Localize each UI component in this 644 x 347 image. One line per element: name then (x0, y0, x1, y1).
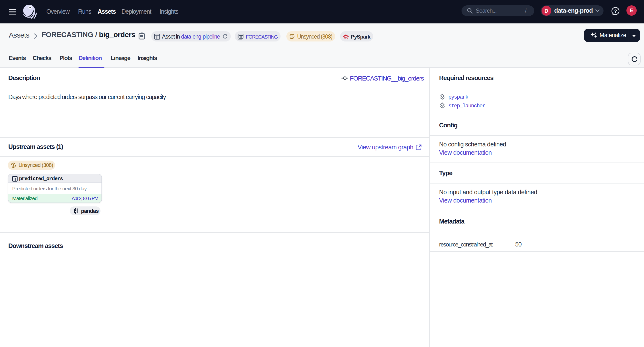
svg-text:?: ? (614, 8, 617, 14)
